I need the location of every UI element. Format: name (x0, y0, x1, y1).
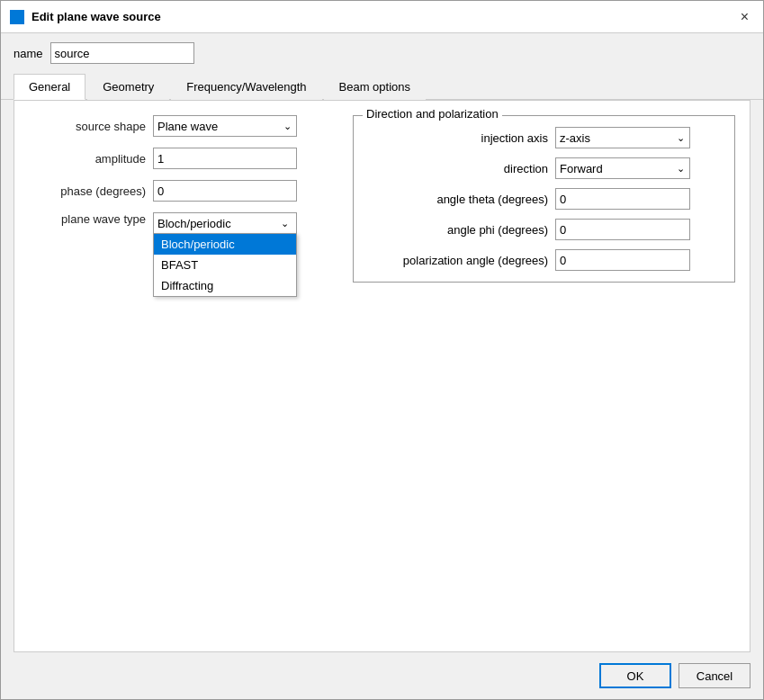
tab-frequency-wavelength[interactable]: Frequency/Wavelength (171, 74, 321, 100)
plane-wave-type-value: Bloch/periodic (157, 217, 231, 230)
dropdown-item-diffracting[interactable]: Diffracting (154, 275, 296, 296)
dropdown-item-bfast[interactable]: BFAST (154, 255, 296, 275)
plane-wave-type-label: plane wave type (29, 212, 146, 226)
tab-bar: General Geometry Frequency/Wavelength Be… (1, 73, 763, 100)
amplitude-input[interactable] (153, 148, 297, 169)
tab-general[interactable]: General (13, 74, 85, 100)
ok-button[interactable]: OK (599, 663, 671, 688)
direction-polarization-group: Direction and polarization injection axi… (353, 115, 735, 283)
direction-select-wrapper: Forward Backward ⌄ (555, 157, 690, 179)
content-area: source shape Plane wave Gaussian beam Ot… (13, 100, 751, 652)
phase-label: phase (degrees) (29, 184, 146, 198)
left-panel: source shape Plane wave Gaussian beam Ot… (29, 115, 335, 637)
polarization-angle-label: polarization angle (degrees) (368, 254, 548, 267)
plane-wave-type-selected[interactable]: Bloch/periodic ⌄ (153, 212, 297, 234)
name-label: name (13, 47, 43, 60)
angle-phi-row: angle phi (degrees) (368, 219, 720, 240)
dropdown-item-bloch[interactable]: Bloch/periodic (154, 234, 296, 255)
cancel-button[interactable]: Cancel (679, 663, 751, 688)
polarization-angle-row: polarization angle (degrees) (368, 249, 720, 271)
window-title: Edit plane wave source (31, 10, 735, 23)
plane-wave-type-dropdown[interactable]: Bloch/periodic ⌄ Bloch/periodic BFAST Di… (153, 212, 297, 234)
injection-axis-label: injection axis (368, 131, 548, 145)
plane-wave-type-row: plane wave type Bloch/periodic ⌄ Bloch/p… (29, 212, 335, 234)
plane-wave-type-list: Bloch/periodic BFAST Diffracting (153, 233, 297, 297)
amplitude-label: amplitude (29, 152, 146, 166)
group-title: Direction and polarization (363, 107, 502, 121)
name-input[interactable] (50, 42, 194, 64)
source-shape-select-wrapper: Plane wave Gaussian beam Other ⌄ (153, 115, 297, 137)
source-shape-label: source shape (29, 120, 146, 133)
source-shape-row: source shape Plane wave Gaussian beam Ot… (29, 115, 335, 137)
tab-beam-options[interactable]: Beam options (324, 74, 427, 100)
injection-axis-select[interactable]: x-axis y-axis z-axis (555, 127, 690, 148)
angle-theta-input[interactable] (555, 188, 690, 210)
direction-row: direction Forward Backward ⌄ (368, 157, 720, 179)
injection-axis-select-wrapper: x-axis y-axis z-axis ⌄ (555, 127, 690, 148)
angle-theta-label: angle theta (degrees) (368, 193, 548, 206)
plane-wave-type-chevron-icon: ⌄ (281, 218, 289, 229)
close-button[interactable]: × (735, 7, 754, 27)
phase-input[interactable] (153, 180, 297, 202)
angle-phi-label: angle phi (degrees) (368, 223, 548, 237)
angle-theta-row: angle theta (degrees) (368, 188, 720, 210)
injection-axis-row: injection axis x-axis y-axis z-axis ⌄ (368, 127, 720, 148)
tab-geometry[interactable]: Geometry (87, 74, 169, 100)
amplitude-row: amplitude (29, 148, 335, 169)
right-panel: Direction and polarization injection axi… (353, 115, 735, 637)
angle-phi-input[interactable] (555, 219, 690, 240)
footer: OK Cancel (1, 652, 763, 699)
polarization-angle-input[interactable] (555, 249, 690, 271)
direction-label: direction (368, 162, 548, 175)
direction-select[interactable]: Forward Backward (555, 157, 690, 179)
window-icon (10, 10, 24, 24)
phase-row: phase (degrees) (29, 180, 335, 202)
source-shape-select[interactable]: Plane wave Gaussian beam Other (153, 115, 297, 137)
